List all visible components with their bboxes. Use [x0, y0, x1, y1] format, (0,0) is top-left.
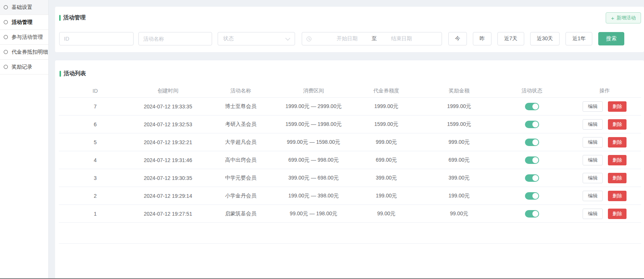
circle-icon	[4, 65, 8, 69]
cell-reward-amount: 699.00元	[423, 151, 496, 169]
cell-status	[496, 187, 568, 205]
quick-range-button[interactable]: 昨	[473, 32, 491, 45]
status-toggle[interactable]	[525, 192, 539, 200]
toggle-knob	[532, 157, 538, 163]
status-toggle[interactable]	[525, 156, 539, 164]
column-header: 活动名称	[204, 85, 277, 98]
status-select[interactable]: 状态	[218, 32, 295, 45]
status-toggle[interactable]	[525, 121, 539, 128]
edit-button[interactable]: 编辑	[583, 209, 603, 219]
delete-button[interactable]: 删除	[608, 101, 627, 112]
cell-voucher-amount: 399.00元	[350, 169, 423, 187]
edit-button[interactable]: 编辑	[583, 191, 603, 201]
sidebar-item-5[interactable]: 奖励记录	[0, 60, 48, 74]
toggle-knob	[532, 121, 538, 127]
id-input[interactable]	[59, 32, 134, 45]
cell-voucher-amount: 1999.00元	[350, 98, 423, 115]
status-toggle[interactable]	[525, 103, 539, 110]
delete-button[interactable]: 删除	[608, 191, 627, 201]
cell-reward-amount: 399.00元	[423, 169, 496, 187]
sidebar-item-1[interactable]: 基础设置	[0, 0, 48, 15]
table-row: 7 2024-07-12 19:33:35 博士至尊会员 1999.00元 — …	[59, 98, 641, 115]
sidebar-item-4[interactable]: 代金券抵扣明细	[0, 45, 48, 60]
delete-button[interactable]: 删除	[608, 119, 627, 130]
status-toggle[interactable]	[525, 174, 539, 182]
circle-icon	[4, 35, 8, 39]
table-footer-divider	[59, 223, 641, 244]
quick-range-button[interactable]: 近30天	[530, 32, 560, 45]
cell-activity-name: 高中出窍会员	[204, 151, 277, 169]
column-header: 创建时间	[132, 85, 205, 98]
edit-button[interactable]: 编辑	[583, 137, 603, 148]
main-content: 活动管理 + 新增活动 状态 开始日期 至 结束日期 今昨近7天近30天近1年	[55, 7, 644, 279]
cell-actions: 编辑 删除	[568, 98, 641, 115]
cell-status	[496, 151, 568, 169]
table-row: 2 2024-07-12 19:29:14 小学金丹会员 199.00元 — 3…	[59, 187, 641, 205]
chevron-down-icon	[285, 36, 290, 41]
circle-icon	[4, 50, 8, 54]
delete-button[interactable]: 删除	[608, 137, 627, 148]
toggle-knob	[532, 139, 538, 145]
cell-actions: 编辑 删除	[568, 205, 641, 223]
clock-icon	[307, 37, 311, 41]
cell-id: 2	[59, 187, 132, 205]
sidebar-menu: 基础设置 活动管理 参与活动管理 代金券抵扣明细 奖励记录	[0, 0, 48, 74]
quick-range-button[interactable]: 近7天	[497, 32, 524, 45]
cell-created-at: 2024-07-12 19:27:51	[132, 205, 205, 223]
edit-button[interactable]: 编辑	[583, 155, 603, 165]
cell-consume-range: 999.00元 — 1598.00元	[277, 133, 350, 151]
end-date-placeholder: 结束日期	[391, 35, 412, 42]
sidebar-item-2[interactable]: 活动管理	[0, 15, 48, 30]
date-range-picker[interactable]: 开始日期 至 结束日期	[302, 32, 442, 45]
list-title: 活动列表	[64, 70, 86, 77]
add-activity-button-label: 新增活动	[616, 15, 636, 21]
table-row: 5 2024-07-12 19:32:21 大学超凡会员 999.00元 — 1…	[59, 133, 641, 151]
cell-reward-amount: 999.00元	[423, 133, 496, 151]
activity-name-input[interactable]	[138, 32, 212, 45]
add-activity-button[interactable]: + 新增活动	[606, 12, 641, 23]
status-toggle[interactable]	[525, 210, 539, 218]
cell-activity-name: 博士至尊会员	[204, 98, 277, 115]
page-title: 活动管理	[63, 14, 86, 21]
cell-reward-amount: 199.00元	[423, 187, 496, 205]
quick-range-button[interactable]: 近1年	[565, 32, 592, 45]
table-row: 4 2024-07-12 19:31:46 高中出窍会员 699.00元 — 9…	[59, 151, 641, 169]
toggle-knob	[532, 193, 538, 199]
circle-icon	[4, 20, 8, 24]
title-accent-bar	[59, 15, 61, 21]
date-range-separator: 至	[372, 35, 377, 42]
cell-consume-range: 1999.00元 — 2999.00元	[277, 98, 350, 115]
cell-id: 4	[59, 151, 132, 169]
cell-actions: 编辑 删除	[568, 115, 641, 133]
edit-button[interactable]: 编辑	[583, 119, 603, 130]
quick-range-button[interactable]: 今	[448, 32, 467, 45]
search-button[interactable]: 搜索	[598, 32, 624, 45]
cell-id: 7	[59, 98, 132, 115]
plus-icon: +	[611, 15, 614, 21]
cell-consume-range: 199.00元 — 398.00元	[277, 187, 350, 205]
edit-button[interactable]: 编辑	[583, 101, 603, 112]
toggle-knob	[532, 104, 538, 110]
cell-activity-name: 启蒙筑基会员	[204, 205, 277, 223]
delete-button[interactable]: 删除	[608, 155, 627, 165]
delete-button[interactable]: 删除	[608, 173, 627, 183]
delete-button[interactable]: 删除	[608, 209, 627, 219]
cell-created-at: 2024-07-12 19:29:14	[132, 187, 205, 205]
cell-actions: 编辑 删除	[568, 187, 641, 205]
cell-voucher-amount: 1599.00元	[350, 115, 423, 133]
sidebar-item-3[interactable]: 参与活动管理	[0, 30, 48, 45]
activity-table: ID创建时间活动名称消费区间代金券额度奖励金额活动状态操作 7 2024-07-…	[59, 85, 641, 223]
table-row: 6 2024-07-12 19:32:53 考研入圣会员 1599.00元 — …	[59, 115, 641, 133]
filter-card: 活动管理 + 新增活动 状态 开始日期 至 结束日期 今昨近7天近30天近1年	[55, 7, 644, 52]
edit-button[interactable]: 编辑	[583, 173, 603, 183]
column-header: 奖励金额	[423, 85, 496, 98]
cell-id: 5	[59, 133, 132, 151]
cell-consume-range: 1599.00元 — 1998.00元	[277, 115, 350, 133]
cell-created-at: 2024-07-12 19:30:35	[132, 169, 205, 187]
cell-created-at: 2024-07-12 19:32:21	[132, 133, 205, 151]
sidebar-item-label: 基础设置	[12, 4, 32, 11]
filter-card-title: 活动管理	[59, 14, 644, 21]
sidebar: 基础设置 活动管理 参与活动管理 代金券抵扣明细 奖励记录	[0, 0, 49, 279]
sidebar-item-label: 奖励记录	[12, 64, 32, 70]
status-toggle[interactable]	[525, 139, 539, 146]
